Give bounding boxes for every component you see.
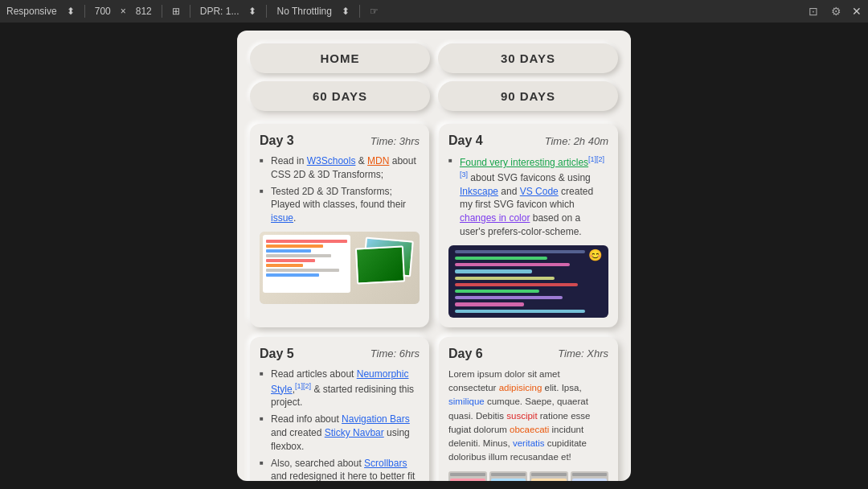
device-icon: ⊞ bbox=[172, 6, 180, 17]
thumb-bar bbox=[572, 473, 608, 476]
day6-thumb3 bbox=[530, 471, 568, 481]
thumb-bar bbox=[450, 473, 485, 476]
code-line bbox=[455, 290, 539, 293]
thumb-img bbox=[491, 479, 526, 481]
day3-collage bbox=[260, 232, 420, 304]
code-line bbox=[266, 254, 331, 257]
code-line bbox=[266, 249, 311, 253]
day5-card: Day 5 Time: 6hrs Read articles about Neu… bbox=[250, 337, 429, 481]
day4-item1: Found very interesting articles[1][2][3]… bbox=[448, 154, 608, 239]
day3-time: Time: 3hrs bbox=[371, 135, 420, 147]
throttle-arrow: ⬍ bbox=[342, 6, 350, 17]
day3-code-window bbox=[263, 235, 350, 293]
close-button[interactable]: ✕ bbox=[852, 5, 862, 18]
day6-thumb4 bbox=[571, 471, 609, 481]
code-line bbox=[266, 259, 315, 262]
day4-time: Time: 2h 40m bbox=[545, 135, 608, 147]
divider5 bbox=[359, 5, 360, 18]
width-value[interactable]: 700 bbox=[95, 6, 111, 17]
day5-content: Read articles about Neumorphic Style,[1]… bbox=[260, 368, 420, 481]
divider4 bbox=[266, 5, 267, 18]
divider2 bbox=[162, 5, 162, 18]
nav-90days[interactable]: 90 DAYS bbox=[438, 81, 618, 111]
day4-emoji: 😊 bbox=[588, 249, 602, 261]
day6-title: Day 6 bbox=[448, 347, 483, 361]
nav-60days[interactable]: 60 DAYS bbox=[250, 81, 430, 111]
dpr-label[interactable]: DPR: 1... bbox=[200, 6, 240, 17]
thumb-img bbox=[531, 479, 567, 481]
dpr-arrow: ⬍ bbox=[248, 6, 256, 17]
nav-30days[interactable]: 30 DAYS bbox=[438, 43, 618, 73]
thumb-bar bbox=[491, 473, 526, 476]
divider1 bbox=[84, 5, 85, 18]
day6-thumb1 bbox=[448, 471, 487, 481]
day6-text: Lorem ipsum dolor sit amet consectetur a… bbox=[448, 368, 608, 465]
code-line bbox=[455, 310, 585, 313]
day3-item2: Tested 2D & 3D Transforms; Played with c… bbox=[260, 185, 420, 225]
day6-thumb2 bbox=[489, 471, 528, 481]
day3-card: Day 3 Time: 3hrs Read in W3Schools & MDN… bbox=[250, 124, 429, 327]
responsive-label[interactable]: Responsive bbox=[6, 6, 57, 17]
days-grid: Day 3 Time: 3hrs Read in W3Schools & MDN… bbox=[250, 124, 618, 481]
code-line bbox=[455, 283, 578, 286]
code-line bbox=[455, 250, 585, 253]
code-line bbox=[455, 302, 524, 306]
day5-item3: Also, searched about Scrollbars and rede… bbox=[260, 457, 420, 481]
day6-thumbnails bbox=[448, 471, 608, 481]
day4-code-preview: 😊 bbox=[448, 245, 608, 318]
code-line bbox=[455, 263, 570, 266]
responsive-arrow: ⬍ bbox=[67, 6, 75, 17]
code-line bbox=[455, 269, 532, 273]
code-line bbox=[455, 257, 547, 260]
main-card: HOME 30 DAYS 60 DAYS 90 DAYS Day 3 Time:… bbox=[237, 31, 631, 481]
day4-title: Day 4 bbox=[448, 134, 483, 148]
code-line bbox=[266, 273, 319, 277]
code-line bbox=[455, 296, 563, 299]
code-line bbox=[266, 244, 323, 248]
thumb-img bbox=[572, 479, 608, 481]
day5-header: Day 5 Time: 6hrs bbox=[260, 347, 420, 361]
day5-item1: Read articles about Neumorphic Style,[1]… bbox=[260, 368, 420, 409]
throttle-label[interactable]: No Throttling bbox=[276, 6, 331, 17]
day6-time: Time: Xhrs bbox=[558, 347, 608, 360]
day3-photo-front bbox=[355, 245, 405, 284]
day6-card: Day 6 Time: Xhrs Lorem ipsum dolor sit a… bbox=[439, 337, 618, 481]
thumb-img bbox=[450, 479, 485, 481]
code-line bbox=[266, 240, 347, 243]
content-area: HOME 30 DAYS 60 DAYS 90 DAYS Day 3 Time:… bbox=[0, 23, 868, 489]
browser-toolbar: Responsive ⬍ 700 × 812 ⊞ DPR: 1... ⬍ No … bbox=[0, 0, 868, 23]
thumb-bar bbox=[531, 473, 567, 476]
day3-image bbox=[260, 232, 420, 304]
day6-header: Day 6 Time: Xhrs bbox=[448, 347, 608, 361]
day4-card: Day 4 Time: 2h 40m Found very interestin… bbox=[439, 124, 618, 327]
day5-item2: Read info about Navigation Bars and crea… bbox=[260, 413, 420, 453]
code-line bbox=[266, 269, 339, 272]
touch-icon: ☞ bbox=[370, 6, 379, 17]
code-line bbox=[455, 277, 555, 280]
height-value[interactable]: 812 bbox=[136, 6, 152, 17]
code-line bbox=[266, 264, 303, 267]
day3-header: Day 3 Time: 3hrs bbox=[260, 134, 420, 148]
divider3 bbox=[190, 5, 190, 18]
day5-time: Time: 6hrs bbox=[371, 347, 420, 360]
screenshot-icon[interactable]: ⊡ bbox=[807, 5, 820, 18]
nav-grid: HOME 30 DAYS 60 DAYS 90 DAYS bbox=[250, 43, 618, 111]
settings-icon[interactable]: ⚙ bbox=[829, 5, 842, 18]
day3-content: Read in W3Schools & MDN about CSS 2D & 3… bbox=[260, 154, 420, 225]
browser-controls: ⊡ ⚙ ✕ bbox=[807, 5, 862, 18]
day4-content: Found very interesting articles[1][2][3]… bbox=[448, 154, 608, 239]
day4-header: Day 4 Time: 2h 40m bbox=[448, 134, 608, 148]
day3-item1: Read in W3Schools & MDN about CSS 2D & 3… bbox=[260, 154, 420, 182]
day3-photo-stack bbox=[352, 235, 416, 286]
day3-code-lines bbox=[263, 235, 350, 281]
day5-title: Day 5 bbox=[260, 347, 294, 361]
day3-title: Day 3 bbox=[260, 134, 294, 148]
nav-home[interactable]: HOME bbox=[250, 43, 430, 73]
times-symbol: × bbox=[121, 6, 126, 17]
day6-content: Lorem ipsum dolor sit amet consectetur a… bbox=[448, 368, 608, 465]
